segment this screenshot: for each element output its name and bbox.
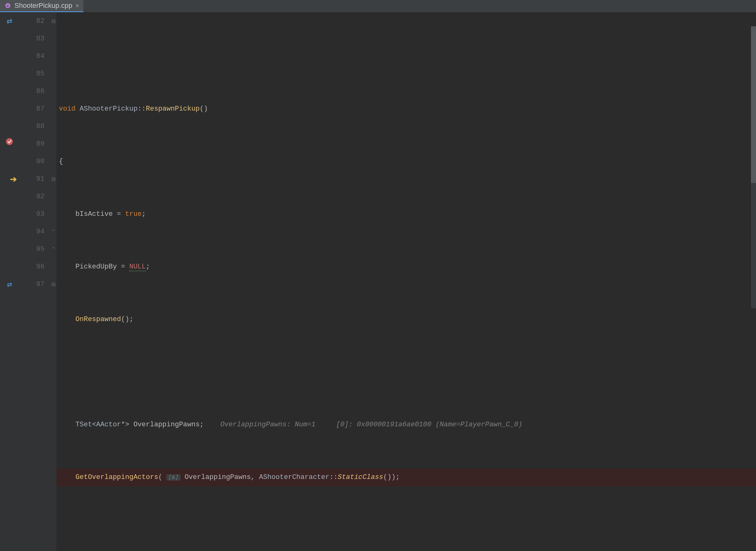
editor-area: ⇄ ➔ ⇄ 82 83 84 85 86 87 88 89 90 91 92 9…	[0, 13, 756, 551]
code-line[interactable]: TSet<AActor*> OverlappingPawns; Overlapp…	[56, 416, 756, 434]
line-num: 92	[19, 188, 44, 205]
line-num: 93	[19, 205, 44, 223]
code-line[interactable]: {	[56, 153, 756, 170]
code-line[interactable]: bIsActive = true;	[56, 205, 756, 223]
tab-filename: ShooterPickup.cpp	[14, 2, 72, 10]
line-num: 96	[19, 258, 44, 276]
fold-end-icon: ⌃	[50, 240, 56, 258]
code-area[interactable]: void AShooterPickup::RespawnPickup() { b…	[56, 13, 756, 551]
inline-value-hint: OverlappingPawns: Num=1 [0]: 0x00000191a…	[220, 421, 522, 429]
close-icon[interactable]: ×	[75, 2, 79, 9]
line-num: 91	[19, 170, 44, 188]
code-line[interactable]: void AShooterPickup::RespawnPickup()	[56, 100, 756, 118]
line-num: 95	[19, 240, 44, 258]
editor-tab-bar: c ShooterPickup.cpp ×	[0, 0, 756, 13]
line-num: 97	[19, 276, 44, 293]
line-num: 87	[19, 100, 44, 118]
line-num: 90	[19, 153, 44, 170]
code-line[interactable]: PickedUpBy = NULL;	[56, 258, 756, 276]
code-line[interactable]: OnRespawned();	[56, 311, 756, 328]
code-line[interactable]	[56, 363, 756, 381]
execution-arrow-icon: ➔	[10, 174, 17, 184]
line-num: 88	[19, 118, 44, 135]
param-hint: [&]	[167, 474, 180, 481]
line-number-gutter: 82 83 84 85 86 87 88 89 90 91 92 93 94 9…	[19, 13, 50, 551]
line-num: 86	[19, 83, 44, 100]
gutter-icons: ⇄ ➔ ⇄	[0, 13, 19, 551]
line-num: 84	[19, 48, 44, 65]
fold-icon[interactable]: ⊟	[50, 276, 56, 293]
breakpoint-icon[interactable]	[5, 137, 13, 146]
fold-end-icon: ⌃	[50, 223, 56, 240]
fold-icon[interactable]: ⊟	[50, 170, 56, 188]
code-line-breakpoint[interactable]: GetOverlappingActors( [&] OverlappingPaw…	[56, 469, 756, 486]
svg-text:c: c	[7, 4, 9, 8]
code-line[interactable]	[56, 521, 756, 539]
line-num: 94	[19, 223, 44, 240]
line-num: 85	[19, 65, 44, 83]
cpp-file-icon: c	[4, 2, 11, 9]
tab-shooterpickup[interactable]: c ShooterPickup.cpp ×	[0, 0, 83, 12]
overrides-icon[interactable]: ⇄	[7, 17, 12, 25]
line-num: 83	[19, 30, 44, 48]
overrides-icon[interactable]: ⇄	[7, 281, 12, 288]
line-num: 82	[19, 13, 44, 30]
line-num: 89	[19, 135, 44, 153]
svg-point-2	[6, 138, 13, 145]
fold-column: ⊟ ⊟ ⌃ ⌃ ⊟	[50, 13, 56, 551]
fold-icon[interactable]: ⊟	[50, 13, 56, 30]
